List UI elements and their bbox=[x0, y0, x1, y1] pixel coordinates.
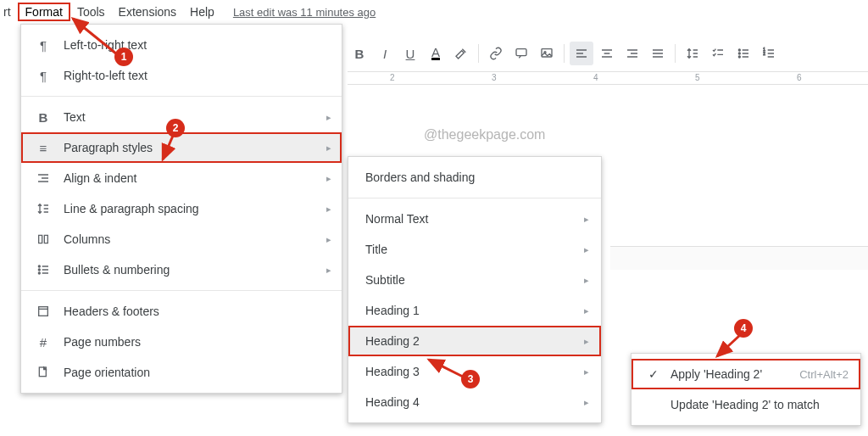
submenu-arrow-icon: ▸ bbox=[326, 265, 331, 276]
toolbar-separator bbox=[675, 44, 676, 63]
menu-item-label: Page numbers bbox=[64, 335, 141, 349]
menu-item-paragraph-styles[interactable]: ≡ Paragraph styles ▸ bbox=[21, 132, 342, 163]
svg-point-3 bbox=[738, 49, 740, 51]
highlight-button[interactable] bbox=[449, 42, 473, 65]
menu-item-label: Left-to-right text bbox=[64, 38, 147, 52]
menu-item-label: Columns bbox=[64, 232, 110, 246]
menu-insert-partial[interactable]: rt bbox=[3, 3, 18, 20]
menu-extensions[interactable]: Extensions bbox=[112, 3, 183, 20]
annotation-callout-3: 3 bbox=[461, 370, 480, 388]
check-icon: ✓ bbox=[645, 367, 662, 381]
align-left-button[interactable] bbox=[570, 42, 593, 65]
insert-comment-button[interactable] bbox=[509, 42, 533, 65]
menu-item-label: Heading 1 bbox=[365, 304, 420, 317]
bold-button[interactable]: B bbox=[348, 42, 371, 65]
page-orientation-icon bbox=[33, 366, 53, 379]
paragraph-styles-icon: ≡ bbox=[33, 141, 53, 155]
numbered-list-button[interactable]: 12 bbox=[757, 42, 781, 65]
align-center-button[interactable] bbox=[595, 42, 619, 65]
menu-item-headers-footers[interactable]: Headers & footers bbox=[21, 296, 342, 327]
text-color-button[interactable]: A bbox=[424, 42, 448, 65]
menu-item-label: Paragraph styles bbox=[64, 141, 153, 154]
watermark-text: @thegeekpage.com bbox=[424, 127, 545, 143]
menu-item-title[interactable]: Title ▸ bbox=[348, 234, 601, 265]
line-spacing-button[interactable] bbox=[681, 42, 704, 65]
toolbar: B I U A 12 bbox=[348, 41, 781, 66]
annotation-callout-1: 1 bbox=[114, 48, 133, 66]
menu-help[interactable]: Help bbox=[183, 3, 221, 20]
submenu-arrow-icon: ▸ bbox=[584, 214, 589, 225]
menu-item-label: Heading 4 bbox=[365, 395, 420, 409]
italic-button[interactable]: I bbox=[373, 42, 397, 65]
ruler-tick: 3 bbox=[492, 73, 497, 82]
menu-separator bbox=[348, 198, 601, 198]
menu-item-borders-shading[interactable]: Borders and shading bbox=[348, 162, 601, 193]
svg-point-8 bbox=[38, 266, 40, 267]
menu-item-ltr[interactable]: ¶ Left-to-right text bbox=[21, 30, 342, 60]
align-justify-button[interactable] bbox=[646, 42, 670, 65]
annotation-callout-4: 4 bbox=[734, 319, 753, 338]
submenu-arrow-icon: ▸ bbox=[584, 275, 589, 286]
ruler-tick: 6 bbox=[797, 73, 802, 82]
svg-rect-11 bbox=[39, 307, 48, 316]
menu-item-align-indent[interactable]: Align & indent ▸ bbox=[21, 163, 342, 193]
menu-item-page-orientation[interactable]: Page orientation bbox=[21, 357, 342, 388]
insert-image-button[interactable] bbox=[535, 42, 559, 65]
menu-item-label: Update 'Heading 2' to match bbox=[670, 398, 820, 411]
submenu-arrow-icon: ▸ bbox=[326, 234, 331, 245]
svg-point-10 bbox=[38, 272, 40, 274]
submenu-arrow-icon: ▸ bbox=[326, 204, 331, 215]
svg-point-4 bbox=[738, 53, 740, 54]
menu-item-bullets-numbering[interactable]: Bullets & numbering ▸ bbox=[21, 254, 342, 285]
bold-icon: B bbox=[33, 110, 53, 125]
menu-item-subtitle[interactable]: Subtitle ▸ bbox=[348, 265, 601, 295]
last-edit-link[interactable]: Last edit was 11 minutes ago bbox=[233, 6, 376, 19]
align-indent-icon bbox=[33, 171, 53, 185]
submenu-arrow-icon: ▸ bbox=[326, 112, 331, 123]
checklist-button[interactable] bbox=[706, 42, 730, 65]
line-spacing-icon bbox=[33, 202, 53, 215]
format-menu: ¶ Left-to-right text ¶ Right-to-left tex… bbox=[20, 24, 342, 394]
menu-item-label: Heading 3 bbox=[365, 365, 420, 378]
menu-item-line-spacing[interactable]: Line & paragraph spacing ▸ bbox=[21, 193, 342, 224]
underline-button[interactable]: U bbox=[398, 42, 422, 65]
menu-item-label: Text bbox=[64, 110, 86, 124]
menu-item-page-numbers[interactable]: # Page numbers bbox=[21, 327, 342, 357]
menu-item-label: Align & indent bbox=[64, 171, 136, 185]
menu-item-label: Bullets & numbering bbox=[64, 263, 170, 277]
menu-item-rtl[interactable]: ¶ Right-to-left text bbox=[21, 60, 342, 91]
menu-item-heading-2[interactable]: Heading 2 ▸ bbox=[348, 326, 601, 356]
menu-separator bbox=[21, 290, 342, 291]
page-numbers-icon: # bbox=[33, 335, 53, 349]
menu-item-label: Apply 'Heading 2' bbox=[670, 367, 762, 381]
svg-text:2: 2 bbox=[763, 52, 765, 56]
submenu-arrow-icon: ▸ bbox=[584, 336, 589, 347]
insert-link-button[interactable] bbox=[484, 42, 508, 65]
submenu-arrow-icon: ▸ bbox=[326, 143, 331, 154]
menu-tools[interactable]: Tools bbox=[70, 3, 112, 20]
ruler-tick: 2 bbox=[390, 73, 395, 82]
menu-format[interactable]: Format bbox=[18, 3, 70, 21]
annotation-callout-2: 2 bbox=[166, 119, 185, 137]
menu-item-label: Line & paragraph spacing bbox=[64, 202, 199, 215]
menu-item-heading-1[interactable]: Heading 1 ▸ bbox=[348, 295, 601, 326]
menu-item-label: Headers & footers bbox=[64, 305, 159, 318]
menu-item-label: Borders and shading bbox=[365, 170, 475, 184]
svg-point-9 bbox=[38, 269, 40, 271]
menu-item-label: Page orientation bbox=[64, 366, 150, 379]
svg-rect-0 bbox=[516, 49, 526, 56]
menu-item-label: Normal Text bbox=[365, 212, 428, 226]
svg-point-5 bbox=[738, 56, 740, 58]
menu-item-columns[interactable]: Columns ▸ bbox=[21, 224, 342, 254]
menu-item-update-heading-2[interactable]: Update 'Heading 2' to match bbox=[632, 389, 860, 420]
submenu-arrow-icon: ▸ bbox=[584, 397, 589, 408]
toolbar-separator bbox=[478, 44, 479, 63]
menu-item-apply-heading-2[interactable]: ✓ Apply 'Heading 2' Ctrl+Alt+2 bbox=[632, 359, 860, 389]
menu-item-normal-text[interactable]: Normal Text ▸ bbox=[348, 204, 601, 234]
keyboard-shortcut: Ctrl+Alt+2 bbox=[799, 368, 849, 381]
submenu-arrow-icon: ▸ bbox=[326, 173, 331, 184]
menu-item-heading-4[interactable]: Heading 4 ▸ bbox=[348, 387, 601, 417]
bulleted-list-button[interactable] bbox=[732, 42, 755, 65]
submenu-arrow-icon: ▸ bbox=[584, 305, 589, 316]
align-right-button[interactable] bbox=[620, 42, 644, 65]
